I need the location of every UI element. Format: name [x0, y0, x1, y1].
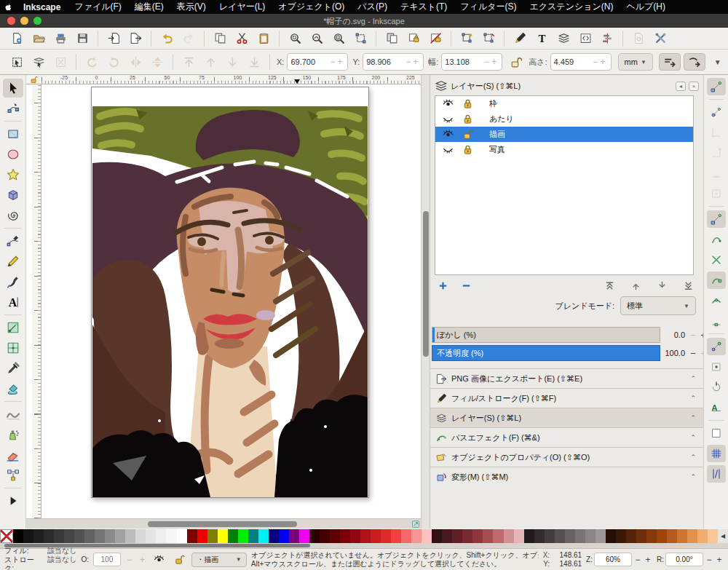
color-swatch[interactable]: [432, 529, 442, 543]
color-swatch[interactable]: [422, 529, 432, 543]
snap-grid-button[interactable]: [707, 445, 726, 462]
spiral-tool[interactable]: [3, 206, 23, 225]
palette-scrollbar[interactable]: [0, 543, 728, 548]
layer-visibility-toggle[interactable]: [440, 97, 456, 111]
snap-bbox-corner-button[interactable]: [707, 144, 726, 162]
flip-vertical-button[interactable]: [148, 53, 167, 71]
color-swatch[interactable]: [135, 529, 146, 543]
blur-slider-handle[interactable]: [432, 328, 435, 342]
ruler-corner[interactable]: [26, 75, 41, 84]
menu-item-8[interactable]: エクステンション(N): [523, 1, 620, 13]
color-swatch[interactable]: [289, 529, 299, 543]
collapse-chevron-icon[interactable]: ⌃: [690, 454, 696, 461]
text-dialog-button[interactable]: T: [532, 30, 551, 47]
zoom-input[interactable]: 60%: [594, 553, 632, 566]
layer-raise-button[interactable]: [628, 278, 644, 293]
raise-top-button[interactable]: [179, 53, 198, 71]
dock-panel-2[interactable]: レイヤー(S) (⇧⌘L)⌃: [430, 408, 703, 427]
text-tool[interactable]: A: [3, 293, 23, 312]
collapse-chevron-icon[interactable]: ⌃: [690, 414, 696, 421]
snap-text-baseline-button[interactable]: A: [707, 399, 726, 416]
color-swatch[interactable]: [636, 529, 646, 543]
connector-tool[interactable]: [3, 466, 23, 485]
color-swatch[interactable]: [187, 529, 197, 543]
color-swatch[interactable]: [54, 529, 64, 543]
vertical-scrollbar[interactable]: [421, 75, 430, 529]
color-swatch[interactable]: [472, 529, 483, 543]
panel-float-button[interactable]: ◂: [676, 82, 686, 91]
color-swatch[interactable]: [677, 529, 687, 543]
color-swatch[interactable]: [442, 529, 452, 543]
snap-bbox-midpoint-button[interactable]: [707, 165, 726, 182]
box-3d-tool[interactable]: [3, 186, 23, 205]
rectangle-tool[interactable]: [3, 124, 23, 143]
color-swatch[interactable]: [197, 529, 207, 543]
color-swatch[interactable]: [452, 529, 462, 543]
rotate-cw-button[interactable]: +: [715, 555, 724, 565]
snap-midpoint-button[interactable]: [707, 312, 726, 330]
color-swatch[interactable]: [360, 529, 371, 543]
blur-value[interactable]: 0.0: [660, 330, 688, 339]
overflow-arrow-tool[interactable]: [3, 491, 23, 510]
color-swatch[interactable]: [626, 529, 636, 543]
color-swatch[interactable]: [616, 529, 626, 543]
color-swatch[interactable]: [657, 529, 667, 543]
opacity-value[interactable]: 100.0: [660, 349, 688, 357]
color-swatch[interactable]: [493, 529, 503, 543]
snap-cusp-button[interactable]: [707, 272, 726, 289]
flip-horizontal-button[interactable]: [126, 53, 145, 71]
color-swatch[interactable]: [401, 529, 411, 543]
document-page[interactable]: [91, 87, 369, 498]
color-swatch[interactable]: [299, 529, 309, 543]
layer-visibility-toggle[interactable]: [440, 127, 456, 142]
snap-bbox-button[interactable]: [707, 103, 726, 121]
opacity-inc-button[interactable]: +: [138, 555, 147, 565]
color-swatch[interactable]: [207, 529, 218, 543]
menu-item-9[interactable]: ヘルプ(H): [620, 1, 672, 13]
unit-dropdown[interactable]: mm▼: [618, 53, 653, 71]
y-input[interactable]: 98.906−+: [363, 53, 424, 71]
color-swatch[interactable]: [697, 529, 708, 543]
color-swatch[interactable]: [524, 529, 534, 543]
color-swatch[interactable]: [258, 529, 269, 543]
doc-new-button[interactable]: [7, 30, 26, 47]
color-swatch[interactable]: [309, 529, 320, 543]
color-swatch[interactable]: [340, 529, 350, 543]
color-swatch[interactable]: [248, 529, 258, 543]
print-button[interactable]: [51, 30, 70, 47]
color-swatch[interactable]: [33, 529, 44, 543]
snap-page-border-button[interactable]: [707, 424, 726, 442]
snap-bbox-center-button[interactable]: [707, 185, 726, 202]
select-all-layers-button[interactable]: [29, 53, 48, 71]
color-swatch[interactable]: [228, 529, 238, 543]
rotate-ccw-button[interactable]: −: [705, 555, 713, 565]
snap-bbox-edge-button[interactable]: [707, 124, 726, 141]
menu-app-name[interactable]: Inkscape: [16, 2, 68, 12]
scale-stroke-toggle[interactable]: [659, 53, 681, 71]
layer-lower-button[interactable]: [654, 278, 670, 293]
panel-close-button[interactable]: ×: [689, 82, 699, 91]
canvas-viewport[interactable]: [41, 84, 421, 518]
color-swatch[interactable]: [238, 529, 248, 543]
color-swatch[interactable]: [84, 529, 95, 543]
open-button[interactable]: [29, 30, 48, 47]
scale-corners-toggle[interactable]: [684, 53, 705, 71]
layer-to-top-button[interactable]: [601, 278, 617, 293]
color-swatch[interactable]: [411, 529, 422, 543]
color-swatch[interactable]: [514, 529, 524, 543]
menu-item-5[interactable]: パス(P): [351, 1, 394, 13]
object-opacity-input[interactable]: 100: [93, 553, 121, 566]
color-swatch[interactable]: [381, 529, 391, 543]
redo-button[interactable]: [179, 30, 198, 47]
dropper-tool[interactable]: [3, 359, 23, 378]
dock-panel-5[interactable]: 変形(M) (⇧⌘M)⌃: [430, 467, 703, 486]
raise-button[interactable]: [201, 53, 220, 71]
undo-button[interactable]: [157, 30, 176, 47]
vertical-ruler[interactable]: [32, 84, 41, 518]
copy-button[interactable]: [210, 30, 229, 47]
color-swatch[interactable]: [606, 529, 616, 543]
import-button[interactable]: [104, 30, 123, 47]
color-swatch[interactable]: [330, 529, 340, 543]
lower-bottom-button[interactable]: [245, 53, 264, 71]
ellipse-tool[interactable]: [3, 145, 23, 164]
